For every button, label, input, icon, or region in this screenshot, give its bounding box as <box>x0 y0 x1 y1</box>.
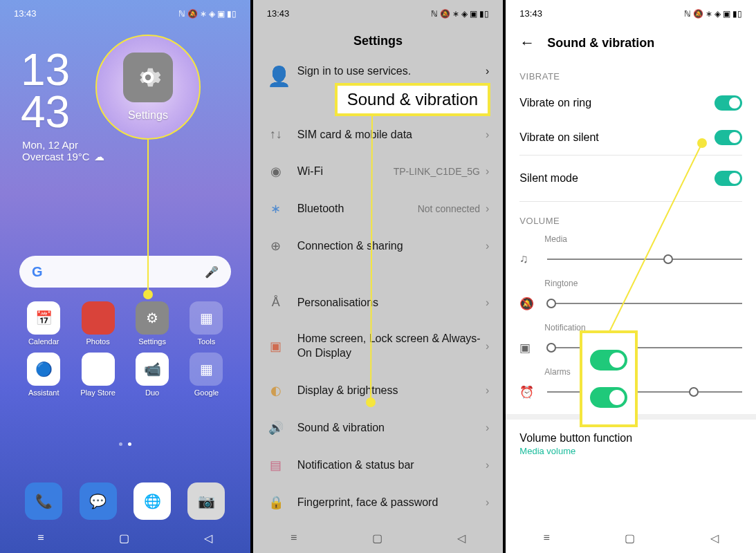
callout-dot <box>697 138 707 148</box>
row-sim[interactable]: ↑↓SIM card & mobile data› <box>253 116 504 153</box>
callout-toggles-box <box>580 330 638 427</box>
chevron-right-icon: › <box>486 496 489 509</box>
date-weather: Mon, 12 Apr Overcast 19°C☁ <box>22 139 250 163</box>
chevron-right-icon: › <box>486 297 489 309</box>
chevron-right-icon: › <box>486 165 489 178</box>
row-notification[interactable]: ▤Notification & status bar› <box>253 447 504 484</box>
chevron-right-icon: › <box>486 384 489 397</box>
battery-icon: ▮▯ <box>732 9 742 19</box>
notification-icon: ▣ <box>519 341 535 355</box>
status-time: 13:43 <box>519 8 542 19</box>
settings-app-icon[interactable] <box>123 53 173 102</box>
chevron-right-icon: › <box>486 340 489 353</box>
dock: 📞 💬 🌐 📷 <box>17 482 234 520</box>
toggle-vibrate-ring[interactable] <box>714 95 742 111</box>
row-silent-mode[interactable]: Silent mode <box>506 156 756 201</box>
row-vibrate-on-ring[interactable]: Vibrate on ring <box>506 86 756 120</box>
nfc-icon: ℕ <box>431 9 438 19</box>
section-vibrate: VIBRATE <box>506 62 756 86</box>
bluetooth-icon: ∗ <box>200 9 207 19</box>
app-settings[interactable]: ⚙Settings <box>125 301 179 346</box>
nav-bar: ≡ ▢ ◁ <box>506 523 756 553</box>
nav-home-icon[interactable]: ▢ <box>119 532 129 545</box>
row-homescreen[interactable]: ▣Home screen, Lock screen & Always-On Di… <box>253 321 504 372</box>
page-title: Sound & vibration <box>547 36 654 50</box>
slider-label-notification: Notification <box>544 319 756 332</box>
nfc-icon: ℕ <box>684 9 691 19</box>
callout-label: Settings <box>128 109 168 122</box>
app-duo[interactable]: 📹Duo <box>125 353 179 397</box>
weather-icon: ☁ <box>94 151 104 163</box>
chevron-right-icon: › <box>486 422 489 434</box>
nav-home-icon[interactable]: ▢ <box>625 532 635 545</box>
app-messages[interactable]: 💬 <box>80 482 117 520</box>
toggle-silent-mode[interactable] <box>714 171 742 186</box>
row-vibrate-on-silent[interactable]: Vibrate on silent <box>506 120 756 155</box>
palette-icon: Å <box>267 295 285 310</box>
app-assistant[interactable]: 🔵Assistant <box>17 353 71 397</box>
app-playstore[interactable]: ▶Play Store <box>71 353 125 397</box>
row-fingerprint[interactable]: 🔒Fingerprint, face & password› <box>253 484 504 521</box>
status-time: 13:43 <box>14 8 37 19</box>
slider-label-ringtone: Ringtone <box>544 274 756 288</box>
wifi-value: TP-LINK_C1DE_5G <box>394 166 480 177</box>
status-bar: 13:43 ℕ 🔕 ∗ ◈ ▣ ▮▯ <box>0 0 250 21</box>
chevron-right-icon: › <box>486 65 489 77</box>
app-phone[interactable]: 📞 <box>25 482 62 520</box>
bluetooth-icon: ∗ <box>706 9 712 19</box>
nav-recent-icon[interactable]: ≡ <box>544 532 550 544</box>
back-arrow-icon[interactable]: ← <box>519 34 535 52</box>
music-icon: ♫ <box>519 252 535 266</box>
callout-toggle-1 <box>590 350 627 371</box>
app-camera[interactable]: 📷 <box>187 482 225 520</box>
slider-ringtone[interactable]: 🔕 <box>506 288 756 319</box>
wifi-icon: ◈ <box>461 9 468 19</box>
nav-back-icon[interactable]: ◁ <box>457 532 465 545</box>
app-calendar[interactable]: 📅Calendar <box>17 301 71 346</box>
sim-icon: ↑↓ <box>267 127 285 142</box>
google-search-bar[interactable]: G 🎤 <box>19 256 231 288</box>
toggle-vibrate-silent[interactable] <box>714 130 742 145</box>
slider-media[interactable]: ♫ <box>506 244 756 274</box>
row-bluetooth[interactable]: ∗BluetoothNot connected› <box>253 190 504 227</box>
app-google[interactable]: ▦Google <box>179 353 233 397</box>
nfc-icon: ℕ <box>178 9 185 19</box>
alarm-icon: ⏰ <box>519 385 535 400</box>
status-time: 13:43 <box>267 8 290 19</box>
wifi-icon: ◈ <box>209 9 215 19</box>
section-volume: VOLUME <box>506 202 756 230</box>
mic-icon[interactable]: 🎤 <box>205 265 219 279</box>
date-text: Mon, 12 Apr <box>22 139 250 151</box>
nav-recent-icon[interactable]: ≡ <box>37 532 44 544</box>
row-personal[interactable]: ÅPersonalisations› <box>253 284 504 321</box>
bt-value: Not connected <box>418 203 480 214</box>
app-photos[interactable]: Photos <box>71 301 125 346</box>
callout-toggle-2 <box>590 387 627 408</box>
nav-bar: ≡ ▢ ◁ <box>253 523 504 553</box>
chevron-right-icon: › <box>486 240 489 252</box>
row-connection[interactable]: ⊕Connection & sharing› <box>253 227 504 265</box>
wifi-icon: ◈ <box>714 9 721 19</box>
nav-back-icon[interactable]: ◁ <box>710 532 719 545</box>
notification-icon: ▤ <box>267 458 285 473</box>
app-tools[interactable]: ▦Tools <box>179 301 233 346</box>
battery-icon: ▮▯ <box>479 9 489 19</box>
status-icons: ℕ 🔕 ∗ ◈ ▣ ▮▯ <box>178 9 237 19</box>
nav-back-icon[interactable]: ◁ <box>204 532 212 545</box>
callout-line <box>147 140 149 293</box>
chevron-right-icon: › <box>486 459 489 471</box>
screen-sound-vibration: 13:43 ℕ 🔕 ∗ ◈ ▣ ▮▯ ← Sound & vibration V… <box>506 0 756 553</box>
bluetooth-icon: ∗ <box>452 9 459 19</box>
app-chrome[interactable]: 🌐 <box>133 482 171 520</box>
nav-recent-icon[interactable]: ≡ <box>291 532 297 544</box>
row-sound[interactable]: 🔊Sound & vibration› <box>253 409 504 447</box>
nav-home-icon[interactable]: ▢ <box>372 532 382 545</box>
row-wifi[interactable]: ◉Wi-FiTP-LINK_C1DE_5G› <box>253 153 504 190</box>
callout-dot <box>366 397 376 407</box>
screen-home: 13:43 ℕ 🔕 ∗ ◈ ▣ ▮▯ 13 43 Mon, 12 Apr Ove… <box>0 0 250 553</box>
signal-icon: ▣ <box>723 9 730 19</box>
weather-text: Overcast 19°C <box>22 151 90 162</box>
home-app-grid: 📅Calendar Photos ⚙Settings ▦Tools 🔵Assis… <box>17 301 234 397</box>
homescreen-icon: ▣ <box>267 339 285 354</box>
row-display[interactable]: ◐Display & brightness› <box>253 372 504 409</box>
